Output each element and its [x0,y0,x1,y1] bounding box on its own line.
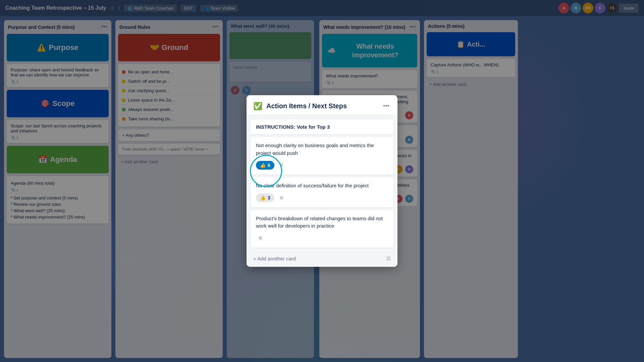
modal-title: Action Items / Next Steps [266,102,378,110]
copy-icon: ⧉ [386,255,391,262]
vote-count-1: 6 [268,163,270,168]
modal-header: ✅ Action Items / Next Steps ••• [247,95,397,115]
vote-button-2[interactable]: 👍 3 [256,193,274,202]
modal-card-2-actions: 👍 3 ≡ [256,193,388,203]
board: Purpose and Context (5 mins) ••• ⚠️ Purp… [0,16,644,362]
detail-button-1[interactable]: ≡ [277,160,286,170]
modal-card-1[interactable]: Not enough clarity on business goals and… [251,137,393,175]
modal-card-2-text: No clear definition of success/failure f… [256,182,388,190]
instruction-card: INSTRUCTIONS: Vote for Top 3 [251,119,393,134]
add-another-card-button[interactable]: + Add another card ⧉ [247,250,397,267]
detail-button-3[interactable]: ≡ [256,233,265,243]
modal-card-1-actions: 👍 6 ≡ [256,160,388,170]
modal-action-items: ✅ Action Items / Next Steps ••• INSTRUCT… [247,95,397,267]
modal-card-3-text: Product's breakdown of related changes t… [256,215,388,230]
thumb-icon-1: 👍 [260,163,266,168]
modal-overlay[interactable]: ✅ Action Items / Next Steps ••• INSTRUCT… [0,16,644,362]
add-card-label: + Add another card [253,256,296,261]
modal-card-3[interactable]: Product's breakdown of related changes t… [251,210,393,248]
vote-highlight-ring: 👍 6 [256,161,274,170]
instruction-text: INSTRUCTIONS: Vote for Top 3 [256,124,330,130]
modal-menu-button[interactable]: ••• [382,101,391,111]
thumb-icon-2: 👍 [260,195,266,200]
modal-card-3-actions: ≡ [256,233,388,243]
vote-count-2: 3 [268,195,270,200]
modal-body: INSTRUCTIONS: Vote for Top 3 Not enough … [247,119,397,267]
modal-card-1-text: Not enough clarity on business goals and… [256,142,388,157]
modal-card-2[interactable]: No clear definition of success/failure f… [251,177,393,207]
detail-button-2[interactable]: ≡ [277,193,286,203]
vote-button-1[interactable]: 👍 6 [256,161,274,170]
modal-icon: ✅ [253,102,262,111]
